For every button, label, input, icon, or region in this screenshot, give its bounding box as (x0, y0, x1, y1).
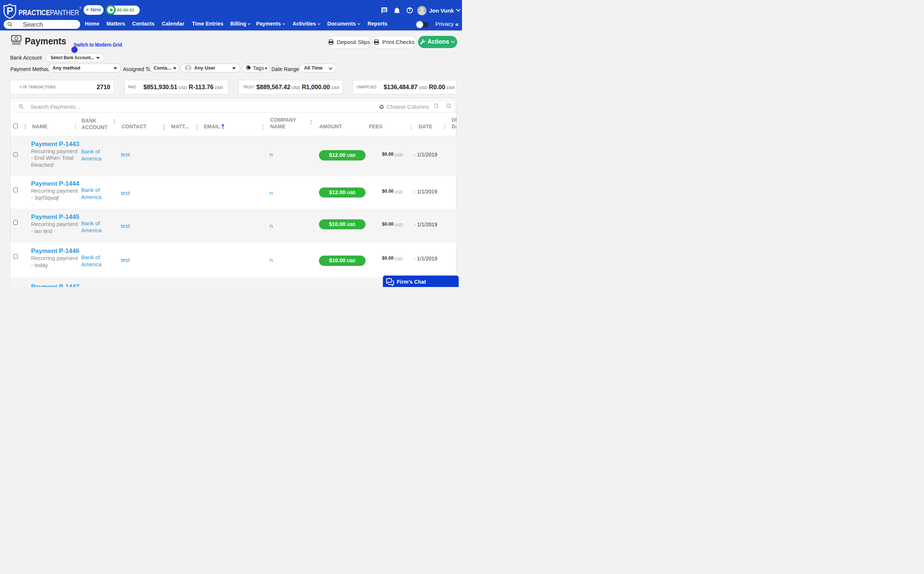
svg-text:P: P (6, 6, 13, 17)
svg-text:x: x (435, 105, 437, 107)
